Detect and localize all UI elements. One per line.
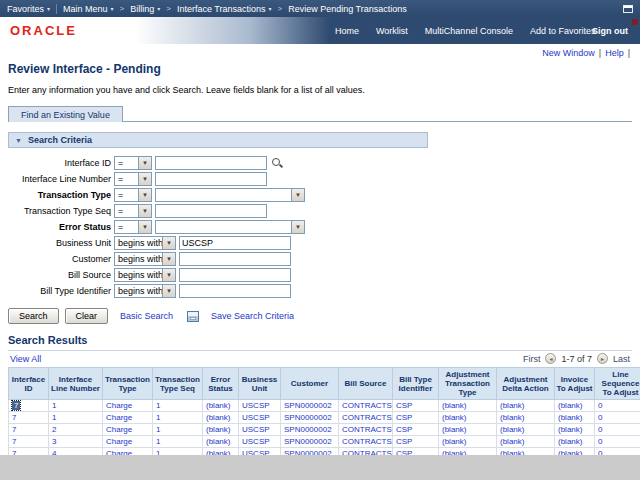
cell-link[interactable]: 0 — [598, 401, 602, 410]
basic-search-link[interactable]: Basic Search — [120, 311, 173, 321]
cell-link[interactable]: Charge — [106, 425, 132, 434]
lookup-magnifier-icon[interactable] — [270, 156, 284, 170]
error-status-select[interactable]: ▼ — [155, 220, 305, 234]
column-header-customer[interactable]: Customer — [281, 368, 339, 400]
header-link-worklist[interactable]: Worklist — [376, 26, 408, 36]
bill-source-input[interactable] — [179, 268, 291, 282]
cell-link[interactable]: 7 — [12, 413, 16, 422]
cell-link[interactable]: SPN0000002 — [284, 401, 332, 410]
column-header-bill-source[interactable]: Bill Source — [339, 368, 393, 400]
cell-link[interactable]: (blank) — [206, 449, 230, 455]
tab-find-existing-value[interactable]: Find an Existing Value — [8, 106, 123, 122]
breadcrumb-item-interface-transactions[interactable]: Interface Transactions▾ — [177, 4, 272, 14]
cell-link[interactable]: 3 — [52, 437, 56, 446]
cell-link[interactable]: (blank) — [500, 401, 524, 410]
cell-link[interactable]: SPN0000002 — [284, 413, 332, 422]
interface-id-operator-select[interactable]: =▼ — [114, 156, 152, 170]
cell-link[interactable]: (blank) — [442, 449, 466, 455]
breadcrumb-menu-icon[interactable] — [623, 5, 633, 13]
cell-link[interactable]: 7 — [12, 437, 16, 446]
cell-link[interactable]: (blank) — [206, 437, 230, 446]
column-header-adjustment-transaction-type[interactable]: Adjustment Transaction Type — [439, 368, 497, 400]
business-unit-operator-select[interactable]: begins with▼ — [114, 236, 176, 250]
cell-link[interactable]: (blank) — [442, 437, 466, 446]
cell-link[interactable]: (blank) — [442, 401, 466, 410]
cell-link[interactable]: (blank) — [558, 425, 582, 434]
cell-link[interactable]: CSP — [396, 413, 412, 422]
new-window-link[interactable]: New Window — [542, 48, 595, 58]
cell-link[interactable]: CSP — [396, 449, 412, 455]
column-header-business-unit[interactable]: Business Unit — [239, 368, 281, 400]
search-button[interactable]: Search — [8, 308, 59, 324]
column-header-line-sequence-to-adjust[interactable]: Line Sequence To Adjust — [595, 368, 640, 400]
cell-link[interactable]: (blank) — [206, 401, 230, 410]
header-link-home[interactable]: Home — [335, 26, 359, 36]
first-page-link[interactable]: First — [523, 354, 541, 364]
column-header-transaction-type-seq[interactable]: Transaction Type Seq — [153, 368, 203, 400]
cell-link[interactable]: 1 — [156, 425, 160, 434]
header-link-add-to-favorites[interactable]: Add to Favorites — [530, 26, 596, 36]
last-page-link[interactable]: Last — [613, 354, 630, 364]
cell-link[interactable]: Charge — [106, 449, 132, 455]
transaction-type-seq-operator-select[interactable]: =▼ — [114, 204, 152, 218]
search-criteria-header[interactable]: ▼ Search Criteria — [8, 132, 428, 148]
cell-link[interactable]: USCSP — [242, 449, 270, 455]
cell-link[interactable]: CSP — [396, 437, 412, 446]
cell-link[interactable]: (blank) — [558, 449, 582, 455]
cell-link[interactable]: SPN0000002 — [284, 449, 332, 455]
cell-link[interactable]: USCSP — [242, 425, 270, 434]
cell-link[interactable]: (blank) — [558, 437, 582, 446]
help-link[interactable]: Help — [605, 48, 624, 58]
previous-page-icon[interactable]: ◄ — [545, 353, 556, 364]
column-header-interface-id[interactable]: Interface ID — [9, 368, 49, 400]
breadcrumb-item-billing[interactable]: Billing▾ — [130, 4, 160, 14]
cell-link[interactable]: Charge — [106, 413, 132, 422]
sign-out-link[interactable]: Sign out — [592, 26, 628, 36]
cell-link[interactable]: 4 — [52, 449, 56, 455]
cell-link[interactable]: USCSP — [242, 401, 270, 410]
cell-link[interactable]: CONTRACTS — [342, 449, 392, 455]
cell-link[interactable]: 1 — [156, 401, 160, 410]
cell-link[interactable]: (blank) — [442, 413, 466, 422]
cell-link[interactable]: 7 — [12, 425, 16, 434]
cell-link[interactable]: CONTRACTS — [342, 401, 392, 410]
bill-source-operator-select[interactable]: begins with▼ — [114, 268, 176, 282]
cell-link[interactable]: (blank) — [500, 449, 524, 455]
cell-link[interactable]: (blank) — [558, 413, 582, 422]
cell-link[interactable]: CONTRACTS — [342, 425, 392, 434]
cell-link[interactable]: (blank) — [442, 425, 466, 434]
cell-link[interactable]: 1 — [156, 437, 160, 446]
clear-button[interactable]: Clear — [65, 308, 109, 324]
column-header-adjustment-delta-action[interactable]: Adjustment Delta Action — [497, 368, 555, 400]
transaction-type-operator-select[interactable]: =▼ — [114, 188, 152, 202]
breadcrumb-item-review-pending-transactions[interactable]: Review Pending Transactions — [288, 4, 407, 14]
cell-link[interactable]: CONTRACTS — [342, 437, 392, 446]
interface-line-number-input[interactable] — [155, 172, 267, 186]
cell-link[interactable]: 0 — [598, 413, 602, 422]
cell-link[interactable]: USCSP — [242, 413, 270, 422]
column-header-bill-type-identifier[interactable]: Bill Type Identifier — [393, 368, 439, 400]
header-link-multichannel-console[interactable]: MultiChannel Console — [425, 26, 513, 36]
cell-link[interactable]: SPN0000002 — [284, 437, 332, 446]
cell-link[interactable]: Charge — [106, 401, 132, 410]
business-unit-input[interactable] — [179, 236, 291, 250]
transaction-type-select[interactable]: ▼ — [155, 188, 305, 202]
cell-link[interactable]: 1 — [156, 413, 160, 422]
bill-type-identifier-operator-select[interactable]: begins with▼ — [114, 284, 176, 298]
breadcrumb-main-menu[interactable]: Main Menu ▾ — [63, 4, 114, 14]
interface-id-input[interactable] — [155, 156, 267, 170]
breadcrumb-favorites[interactable]: Favorites ▾ — [7, 4, 50, 14]
cell-link[interactable]: (blank) — [206, 425, 230, 434]
column-header-transaction-type[interactable]: Transaction Type — [103, 368, 153, 400]
column-header-invoice-to-adjust[interactable]: Invoice To Adjust — [555, 368, 595, 400]
cell-link[interactable]: 7 — [12, 401, 20, 410]
cell-link[interactable]: 1 — [156, 449, 160, 455]
cell-link[interactable]: CSP — [396, 425, 412, 434]
column-header-interface-line-number[interactable]: Interface Line Number — [49, 368, 103, 400]
customer-input[interactable] — [179, 252, 291, 266]
cell-link[interactable]: (blank) — [206, 413, 230, 422]
bill-type-identifier-input[interactable] — [179, 284, 291, 298]
cell-link[interactable]: 2 — [52, 425, 56, 434]
cell-link[interactable]: (blank) — [558, 401, 582, 410]
interface-line-number-operator-select[interactable]: =▼ — [114, 172, 152, 186]
